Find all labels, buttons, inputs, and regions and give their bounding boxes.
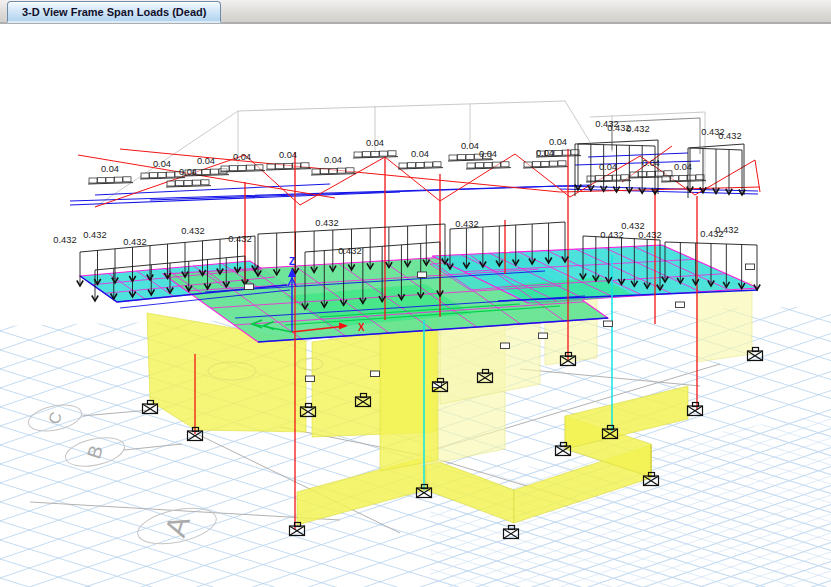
load-value-label: 0.04 — [324, 155, 342, 165]
load-value-label: 0.04 — [642, 158, 660, 168]
load-value-label: 0.04 — [153, 159, 171, 169]
load-value-label: 0.04 — [233, 152, 251, 162]
tab-bar: 3-D View Frame Span Loads (Dead) — [0, 0, 831, 24]
joint-marker — [746, 264, 755, 270]
load-value-label: 0.432 — [83, 230, 106, 240]
load-value-label: 0.432 — [228, 234, 251, 244]
load-value-label: 0.432 — [53, 235, 76, 245]
load-value-label: 0.04 — [599, 162, 617, 172]
grid-bubble-label: B — [83, 443, 107, 462]
z-axis-label: Z — [289, 256, 295, 267]
load-value-label: 0.04 — [197, 156, 215, 166]
load-value-label: 0.432 — [315, 218, 338, 228]
load-value-label: 0.04 — [461, 141, 479, 151]
load-value-label: 0.04 — [179, 167, 197, 177]
load-value-label: 0.04 — [479, 149, 497, 159]
structural-analysis-viewport: 3-D View Frame Span Loads (Dead) — [0, 0, 831, 587]
joint-marker — [306, 376, 315, 382]
load-value-label: 0.432 — [715, 225, 738, 235]
load-value-label: 0.04 — [366, 138, 384, 148]
load-value-label: 0.432 — [600, 230, 623, 240]
joint-marker — [418, 272, 427, 278]
joint-marker — [676, 302, 685, 308]
joint-marker — [539, 333, 548, 339]
load-value-label: 0.432 — [638, 230, 661, 240]
load-value-label: 0.432 — [123, 237, 146, 247]
load-value-label: 0.432 — [626, 124, 649, 134]
load-value-label: 0.04 — [549, 137, 567, 147]
joint-marker — [371, 371, 380, 377]
joint-marker — [245, 284, 254, 290]
load-value-label: 0.432 — [338, 246, 361, 256]
load-value-label: 0.432 — [718, 131, 741, 141]
view-tab-title: 3-D View Frame Span Loads (Dead) — [22, 6, 206, 18]
joint-marker — [501, 343, 510, 349]
load-value-label: 0.04 — [411, 149, 429, 159]
model-canvas[interactable]: ABC — [0, 24, 831, 587]
load-value-label: 0.04 — [536, 148, 554, 158]
load-value-label: 0.04 — [101, 164, 119, 174]
view-tab[interactable]: 3-D View Frame Span Loads (Dead) — [7, 1, 221, 23]
x-axis-label: X — [358, 322, 365, 333]
load-value-label: 0.04 — [674, 162, 692, 172]
load-value-label: 0.432 — [181, 226, 204, 236]
grid-bubble-label: C — [45, 410, 65, 426]
load-value-label: 0.04 — [279, 150, 297, 160]
grid-bubble-label: A — [158, 511, 196, 540]
joint-marker — [604, 321, 613, 327]
load-value-label: 0.432 — [455, 219, 478, 229]
